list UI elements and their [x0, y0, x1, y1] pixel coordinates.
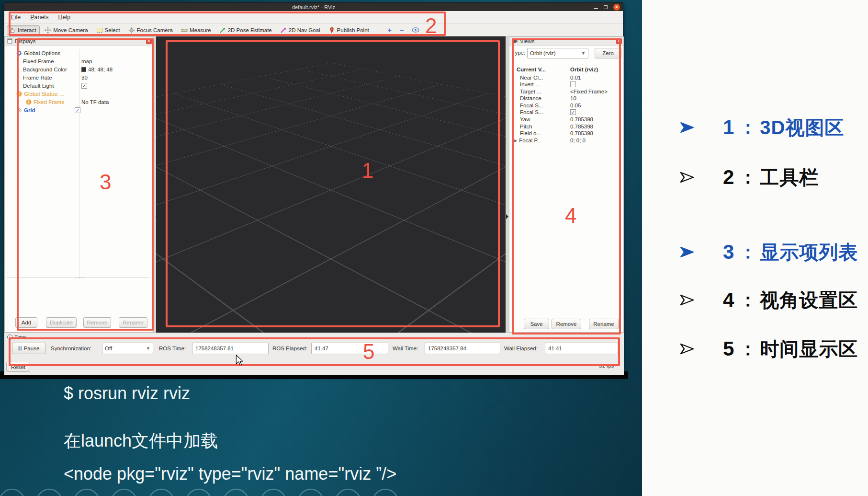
display-row-fixed-frame[interactable]: Fixed Frame map [23, 58, 54, 64]
views-row-focal-shape-fixed[interactable]: Focal S... ✓ [520, 109, 543, 115]
focal-shape-checkbox[interactable]: ✓ [570, 109, 576, 115]
views-row-yaw[interactable]: Yaw 0.785398 [520, 116, 530, 122]
ros-elapsed-field[interactable]: 41.47 [311, 343, 388, 354]
legend-item-4: 4 ： 视角设置区 [680, 287, 868, 313]
expander-down-icon[interactable]: ▼ [511, 68, 515, 72]
menu-file[interactable]: File [11, 14, 21, 21]
column-divider[interactable] [79, 49, 79, 279]
arrowhead-bullet-icon [680, 342, 695, 356]
menu-help[interactable]: Help [58, 14, 70, 21]
pause-button[interactable]: Pause [12, 343, 45, 354]
time-panel: Time Pause Synchronization: Off▼ ROS Tim… [4, 333, 624, 375]
remove-button[interactable]: Remove [83, 317, 111, 328]
ros-elapsed-label: ROS Elapsed: [272, 346, 307, 351]
save-button[interactable]: Save [524, 319, 549, 329]
invert-checkbox[interactable] [570, 81, 576, 87]
displays-panel-header[interactable]: Displays × [5, 37, 153, 46]
wall-time-label: Wall Time: [393, 346, 418, 351]
minus-icon[interactable]: − [400, 26, 404, 34]
panel-splitter-handle[interactable] [7, 277, 149, 279]
menu-bar: File Panels Help [4, 11, 623, 23]
views-row-pitch[interactable]: Pitch 0.785398 [520, 124, 532, 129]
sync-select[interactable]: Off▼ [102, 343, 153, 354]
display-row-fixed-frame-status[interactable]: ! Fixed Frame No TF data [26, 99, 65, 105]
terminal-command: $ rosrun rviz rviz [64, 383, 190, 404]
remove-view-button[interactable]: Remove [552, 319, 581, 329]
window-title: default.rviz* - RViz [292, 4, 335, 10]
menu-panels[interactable]: Panels [30, 14, 48, 21]
rename-view-button[interactable]: Rename [589, 319, 619, 329]
ruler-icon [181, 27, 188, 34]
reset-button[interactable]: Reset [6, 362, 30, 372]
tool-interact[interactable]: Interact [7, 25, 40, 35]
magenta-arrow-icon [280, 27, 287, 34]
wall-time-field[interactable]: 1758248357.84 [425, 343, 500, 354]
display-row-grid[interactable]: Grid ✓ [16, 107, 35, 113]
sync-label: Synchronization: [51, 346, 91, 351]
ros-time-field[interactable]: 1758248357.81 [192, 343, 269, 354]
decorative-circles [0, 486, 407, 496]
views-row-focal-shape-size[interactable]: Focal S... 0.05 [520, 103, 543, 108]
views-row-focal-point[interactable]: ▶ Focal P... 0; 0; 0 [514, 138, 541, 143]
wall-elapsed-field[interactable]: 41.41 [545, 343, 618, 354]
ground-grid [156, 36, 506, 234]
tf-status-value: No TF data [81, 99, 109, 105]
views-panel-header[interactable]: Views × [509, 37, 623, 46]
display-row-default-light[interactable]: Default Light ✓ [23, 83, 54, 89]
fixed-frame-value[interactable]: map [81, 58, 92, 64]
legend-item-3: 3 ： 显示项列表 [680, 239, 868, 265]
minimize-icon[interactable] [594, 8, 598, 9]
zero-button[interactable]: Zero [595, 48, 621, 58]
arrowhead-bullet-icon [680, 121, 695, 134]
chevron-down-icon: ▼ [581, 51, 586, 56]
tool-measure[interactable]: Measure [179, 26, 214, 35]
display-row-global-options[interactable]: Global Options [16, 50, 60, 56]
window-titlebar[interactable]: default.rviz* - RViz × [4, 3, 623, 11]
panel-close-icon[interactable]: × [146, 38, 152, 44]
display-row-background-color[interactable]: Background Color 48; 48; 48 [23, 67, 67, 72]
viewport-3d[interactable] [156, 36, 506, 333]
chevron-down-icon: ▼ [146, 346, 150, 351]
frame-rate-value[interactable]: 30 [81, 75, 88, 81]
views-row-current-view[interactable]: ▼ Current V... Orbit (rviz) [511, 67, 546, 72]
expander-right-icon[interactable]: ▶ [514, 138, 517, 143]
tool-2d-nav-goal[interactable]: 2D Nav Goal [278, 26, 324, 35]
views-row-invert[interactable]: Invert ... [520, 81, 540, 87]
display-row-frame-rate[interactable]: Frame Rate 30 [23, 75, 52, 81]
main-area: Displays × Global Options Fixed Frame ma… [4, 36, 624, 333]
close-icon[interactable]: × [613, 4, 620, 11]
view-type-select[interactable]: Orbit (rviz)▼ [527, 48, 588, 58]
plus-icon[interactable]: + [388, 26, 392, 34]
default-light-checkbox[interactable]: ✓ [81, 83, 87, 89]
tool-select[interactable]: Select [94, 26, 124, 35]
views-row-target[interactable]: Target ... <Fixed Frame> [520, 89, 541, 94]
tool-2d-pose-estimate[interactable]: 2D Pose Estimate [217, 26, 275, 35]
views-row-near-clip[interactable]: Near Cl... 0.01 [520, 75, 543, 81]
views-row-field-of-view[interactable]: Field o... 0.785398 [520, 130, 541, 136]
maximize-icon[interactable] [604, 5, 608, 9]
time-panel-title[interactable]: Time [7, 334, 26, 340]
grid-checkbox[interactable]: ✓ [75, 107, 80, 113]
camera-icon [512, 39, 518, 44]
node-xml-snippet: <node pkg="rviz" type="rviz" name="rviz … [64, 464, 396, 484]
legend-item-2: 2 ： 工具栏 [680, 164, 868, 191]
column-divider[interactable] [568, 65, 568, 276]
duplicate-button[interactable]: Duplicate [46, 317, 77, 328]
rviz-window: default.rviz* - RViz × File Panels Help … [4, 2, 623, 375]
add-button[interactable]: Add [15, 317, 37, 328]
map-pin-icon [328, 27, 335, 34]
views-panel: Views × Type: Orbit (rviz)▼ Zero ▼ Curre… [509, 36, 624, 333]
panel-close-icon[interactable]: × [616, 38, 622, 44]
eye-icon[interactable] [412, 27, 419, 33]
ros-time-label: ROS Time: [159, 346, 186, 351]
tool-focus-camera[interactable]: Focus Camera [126, 26, 176, 35]
tool-publish-point[interactable]: Publish Point [327, 26, 372, 35]
tool-move-camera[interactable]: Move Camera [43, 26, 91, 35]
grid-icon [16, 108, 22, 113]
svg-text:!: ! [19, 92, 20, 96]
wall-elapsed-label: Wall Elapsed: [504, 346, 538, 351]
display-row-global-status[interactable]: ! Global Status: ... [16, 91, 65, 97]
views-row-distance[interactable]: Distance 10 [520, 95, 541, 101]
rename-button[interactable]: Rename [119, 317, 147, 328]
right-splitter[interactable] [506, 36, 509, 333]
